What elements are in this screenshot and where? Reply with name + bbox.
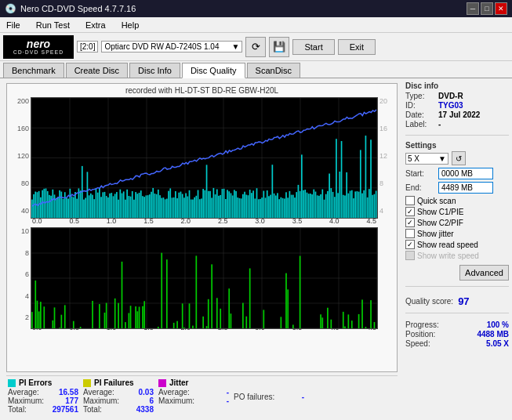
start-button[interactable]: Start (292, 39, 334, 55)
position-label: Position: (405, 330, 435, 339)
show-jitter-checkbox[interactable] (405, 229, 415, 238)
pi-failures-color (83, 379, 91, 387)
close-button[interactable]: ✕ (495, 2, 507, 15)
pi-failures-total-val: 4338 (136, 405, 154, 414)
position-row: Position: 4488 MB (405, 330, 509, 339)
divider2 (405, 286, 509, 287)
lower-canvas (31, 228, 377, 328)
show-jitter-row: Show jitter (405, 229, 509, 238)
lower-y-label-10: 10 (10, 227, 29, 235)
title-bar: 💿 Nero CD-DVD Speed 4.7.7.16 ─ □ ✕ (0, 0, 512, 17)
tabs: Benchmark Create Disc Disc Info Disc Qua… (0, 61, 512, 78)
exit-button[interactable]: Exit (338, 39, 376, 55)
speed-combo[interactable]: 5 X ▼ (405, 153, 448, 165)
main-content: recorded with HL-DT-ST BD-RE GBW-H20L 20… (0, 78, 512, 418)
toolbar: nero CD·DVD SPEED [2:0] Optiarc DVD RW A… (0, 33, 512, 61)
progress-val: 100 % (487, 320, 509, 329)
show-c1-pie-row: Show C1/PIE (405, 207, 509, 216)
drive-selector: [2:0] Optiarc DVD RW AD-7240S 1.04 ▼ (77, 41, 242, 52)
jitter-header: Jitter (158, 378, 229, 387)
disc-label-row: Label: - (405, 120, 509, 129)
disc-id-row: ID: TYG03 (405, 101, 509, 110)
pi-errors-max-val: 177 (65, 396, 78, 405)
pi-errors-total-row: Total: 297561 (8, 405, 78, 414)
settings-section: Settings 5 X ▼ ↺ Start: 0000 MB End: 448… (405, 141, 509, 281)
jitter-avg-val: - (227, 388, 229, 396)
show-write-speed-row: Show write speed (405, 251, 509, 260)
app-title: Nero CD-DVD Speed 4.7.7.16 (20, 4, 136, 13)
tab-benchmark[interactable]: Benchmark (3, 63, 64, 78)
settings-refresh-button[interactable]: ↺ (452, 151, 466, 165)
speed-setting-row: 5 X ▼ ↺ (405, 151, 509, 165)
start-mb-label: Start: (405, 169, 435, 178)
progress-section: Progress: 100 % Position: 4488 MB Speed:… (405, 320, 509, 349)
end-mb-label: End: (405, 183, 435, 192)
minimize-button[interactable]: ─ (467, 2, 479, 15)
menu-help[interactable]: Help (118, 19, 143, 31)
start-mb-field[interactable]: 0000 MB (438, 168, 493, 179)
disc-date-key: Date: (405, 110, 435, 119)
tab-disc-info[interactable]: Disc Info (129, 63, 180, 78)
pi-errors-total-val: 297561 (53, 405, 78, 414)
position-val: 4488 MB (477, 330, 509, 339)
title-bar-buttons: ─ □ ✕ (467, 2, 507, 15)
pi-failures-max-val: 6 (149, 396, 154, 405)
show-write-speed-checkbox (405, 251, 415, 260)
show-c2-pif-checkbox[interactable] (405, 218, 415, 227)
chart-title: recorded with HL-DT-ST BD-RE GBW-H20L (9, 85, 395, 96)
quick-scan-label: Quick scan (417, 197, 456, 205)
show-read-speed-row: Show read speed (405, 240, 509, 249)
lower-y-label-6: 6 (10, 270, 29, 278)
speed-label: Speed: (405, 339, 430, 348)
quick-scan-checkbox[interactable] (405, 196, 415, 205)
drive-combo[interactable]: Optiarc DVD RW AD-7240S 1.04 ▼ (101, 41, 242, 52)
progress-label: Progress: (405, 320, 439, 329)
refresh-icon-btn[interactable]: ⟳ (245, 37, 266, 57)
progress-row: Progress: 100 % (405, 320, 509, 329)
show-c1-pie-checkbox[interactable] (405, 207, 415, 216)
chart-area: recorded with HL-DT-ST BD-RE GBW-H20L 20… (6, 83, 398, 372)
menu-run-test[interactable]: Run Test (33, 19, 73, 31)
pi-failures-avg-label: Average: (83, 388, 114, 396)
pi-failures-total-row: Total: 4338 (83, 405, 154, 414)
upper-chart (31, 97, 378, 219)
pi-failures-header: PI Failures (83, 378, 154, 387)
save-icon-btn[interactable]: 💾 (269, 37, 289, 57)
menu-extra[interactable]: Extra (82, 19, 109, 31)
pi-failures-max-row: Maximum: 6 (83, 396, 154, 405)
disc-label-val: - (438, 120, 441, 129)
lower-y-label-8: 8 (10, 249, 29, 257)
jitter-max-val: - (227, 396, 229, 405)
menu-file[interactable]: File (3, 19, 24, 31)
tab-scan-disc[interactable]: ScanDisc (247, 63, 300, 78)
speed-combo-val: 5 X (408, 154, 419, 163)
pi-errors-avg-val: 16.58 (59, 388, 78, 396)
show-read-speed-checkbox[interactable] (405, 240, 415, 249)
chart-stats-area: recorded with HL-DT-ST BD-RE GBW-H20L 20… (3, 80, 401, 416)
pi-failures-max-label: Maximum: (83, 396, 119, 405)
nero-logo: nero CD·DVD SPEED (3, 35, 74, 59)
maximize-button[interactable]: □ (481, 2, 493, 15)
quality-score-row: Quality score: 97 (405, 295, 509, 307)
lower-y-label-2: 2 (10, 313, 29, 321)
end-mb-field[interactable]: 4489 MB (438, 182, 493, 194)
end-mb-row: End: 4489 MB (405, 182, 509, 194)
tab-disc-quality[interactable]: Disc Quality (182, 63, 245, 78)
advanced-button[interactable]: Advanced (459, 265, 509, 281)
disc-id-val: TYG03 (438, 101, 463, 110)
upper-y-label-80: 80 (10, 179, 29, 187)
divider1 (405, 135, 509, 136)
pi-errors-max-row: Maximum: 177 (8, 396, 78, 405)
jitter-group: Jitter Average: - Maximum: - (158, 378, 229, 414)
divider3 (405, 313, 509, 313)
tab-create-disc[interactable]: Create Disc (66, 63, 128, 78)
disc-id-key: ID: (405, 101, 435, 110)
quality-score-section: Quality score: 97 (405, 295, 509, 307)
upper-y-right-8: 8 (379, 179, 394, 187)
pi-errors-max-label: Maximum: (8, 396, 44, 405)
right-panel: Disc info Type: DVD-R ID: TYG03 Date: 17… (402, 78, 512, 418)
po-failures-group: PO failures: - (234, 393, 304, 414)
show-read-speed-label: Show read speed (417, 241, 478, 249)
upper-y-label-40: 40 (10, 207, 29, 215)
show-c2-pif-row: Show C2/PIF (405, 218, 509, 227)
